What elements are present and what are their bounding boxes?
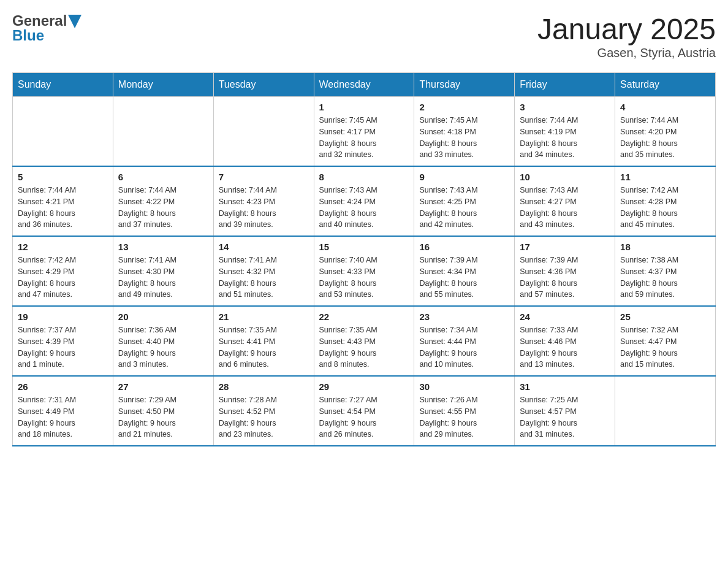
calendar-cell: 15Sunrise: 7:40 AM Sunset: 4:33 PM Dayli… xyxy=(314,236,414,306)
day-number: 18 xyxy=(620,242,710,252)
calendar-cell: 12Sunrise: 7:42 AM Sunset: 4:29 PM Dayli… xyxy=(13,236,113,306)
day-number: 28 xyxy=(219,381,309,392)
day-info: Sunrise: 7:45 AM Sunset: 4:18 PM Dayligh… xyxy=(419,115,509,161)
day-number: 11 xyxy=(620,172,710,182)
weekday-header-saturday: Saturday xyxy=(615,73,716,97)
calendar-cell: 30Sunrise: 7:26 AM Sunset: 4:55 PM Dayli… xyxy=(414,376,515,446)
day-info: Sunrise: 7:35 AM Sunset: 4:43 PM Dayligh… xyxy=(319,324,409,370)
weekday-header-tuesday: Tuesday xyxy=(213,73,314,97)
day-info: Sunrise: 7:39 AM Sunset: 4:34 PM Dayligh… xyxy=(419,255,509,301)
day-info: Sunrise: 7:34 AM Sunset: 4:44 PM Dayligh… xyxy=(419,324,509,370)
day-number: 22 xyxy=(319,312,409,322)
calendar-cell: 9Sunrise: 7:43 AM Sunset: 4:25 PM Daylig… xyxy=(414,166,515,236)
day-number: 3 xyxy=(520,102,610,112)
day-info: Sunrise: 7:36 AM Sunset: 4:40 PM Dayligh… xyxy=(118,324,208,370)
calendar-cell: 22Sunrise: 7:35 AM Sunset: 4:43 PM Dayli… xyxy=(314,306,414,376)
day-info: Sunrise: 7:41 AM Sunset: 4:30 PM Dayligh… xyxy=(118,255,208,301)
day-number: 26 xyxy=(18,381,108,392)
page-header: General Blue January 2025 Gasen, Styria,… xyxy=(12,12,716,60)
calendar-cell: 2Sunrise: 7:45 AM Sunset: 4:18 PM Daylig… xyxy=(414,97,515,167)
day-number: 12 xyxy=(18,242,108,252)
day-number: 16 xyxy=(419,242,509,252)
logo: General Blue xyxy=(12,12,82,44)
day-number: 14 xyxy=(219,242,309,252)
day-info: Sunrise: 7:39 AM Sunset: 4:36 PM Dayligh… xyxy=(520,255,610,301)
logo-triangle-icon xyxy=(68,15,82,28)
calendar-week-3: 12Sunrise: 7:42 AM Sunset: 4:29 PM Dayli… xyxy=(13,236,716,306)
day-info: Sunrise: 7:40 AM Sunset: 4:33 PM Dayligh… xyxy=(319,255,409,301)
day-info: Sunrise: 7:44 AM Sunset: 4:21 PM Dayligh… xyxy=(18,185,108,231)
day-info: Sunrise: 7:32 AM Sunset: 4:47 PM Dayligh… xyxy=(620,324,710,370)
day-info: Sunrise: 7:35 AM Sunset: 4:41 PM Dayligh… xyxy=(219,324,309,370)
calendar-header: SundayMondayTuesdayWednesdayThursdayFrid… xyxy=(13,73,716,97)
day-number: 4 xyxy=(620,102,710,112)
calendar-cell: 21Sunrise: 7:35 AM Sunset: 4:41 PM Dayli… xyxy=(213,306,314,376)
calendar-cell xyxy=(615,376,716,446)
title-block: January 2025 Gasen, Styria, Austria xyxy=(537,12,716,60)
weekday-header-thursday: Thursday xyxy=(414,73,515,97)
day-number: 31 xyxy=(520,381,610,392)
day-number: 6 xyxy=(118,172,208,182)
day-info: Sunrise: 7:37 AM Sunset: 4:39 PM Dayligh… xyxy=(18,324,108,370)
calendar-cell xyxy=(13,97,113,167)
day-info: Sunrise: 7:45 AM Sunset: 4:17 PM Dayligh… xyxy=(319,115,409,161)
day-info: Sunrise: 7:31 AM Sunset: 4:49 PM Dayligh… xyxy=(18,394,108,440)
calendar-cell: 11Sunrise: 7:42 AM Sunset: 4:28 PM Dayli… xyxy=(615,166,716,236)
calendar-week-5: 26Sunrise: 7:31 AM Sunset: 4:49 PM Dayli… xyxy=(13,376,716,446)
calendar-cell: 23Sunrise: 7:34 AM Sunset: 4:44 PM Dayli… xyxy=(414,306,515,376)
calendar-cell: 7Sunrise: 7:44 AM Sunset: 4:23 PM Daylig… xyxy=(213,166,314,236)
day-info: Sunrise: 7:42 AM Sunset: 4:28 PM Dayligh… xyxy=(620,185,710,231)
day-info: Sunrise: 7:44 AM Sunset: 4:22 PM Dayligh… xyxy=(118,185,208,231)
day-number: 5 xyxy=(18,172,108,182)
day-info: Sunrise: 7:44 AM Sunset: 4:20 PM Dayligh… xyxy=(620,115,710,161)
weekday-header-sunday: Sunday xyxy=(13,73,113,97)
calendar-cell: 17Sunrise: 7:39 AM Sunset: 4:36 PM Dayli… xyxy=(515,236,615,306)
day-number: 29 xyxy=(319,381,409,392)
day-info: Sunrise: 7:44 AM Sunset: 4:19 PM Dayligh… xyxy=(520,115,610,161)
day-number: 1 xyxy=(319,102,409,112)
calendar-week-1: 1Sunrise: 7:45 AM Sunset: 4:17 PM Daylig… xyxy=(13,97,716,167)
calendar-cell: 10Sunrise: 7:43 AM Sunset: 4:27 PM Dayli… xyxy=(515,166,615,236)
day-number: 25 xyxy=(620,312,710,322)
day-info: Sunrise: 7:38 AM Sunset: 4:37 PM Dayligh… xyxy=(620,255,710,301)
day-info: Sunrise: 7:25 AM Sunset: 4:57 PM Dayligh… xyxy=(520,394,610,440)
calendar-cell: 14Sunrise: 7:41 AM Sunset: 4:32 PM Dayli… xyxy=(213,236,314,306)
calendar-cell: 13Sunrise: 7:41 AM Sunset: 4:30 PM Dayli… xyxy=(113,236,213,306)
day-number: 27 xyxy=(118,381,208,392)
day-number: 15 xyxy=(319,242,409,252)
calendar-week-4: 19Sunrise: 7:37 AM Sunset: 4:39 PM Dayli… xyxy=(13,306,716,376)
calendar-cell: 24Sunrise: 7:33 AM Sunset: 4:46 PM Dayli… xyxy=(515,306,615,376)
day-info: Sunrise: 7:43 AM Sunset: 4:24 PM Dayligh… xyxy=(319,185,409,231)
day-info: Sunrise: 7:27 AM Sunset: 4:54 PM Dayligh… xyxy=(319,394,409,440)
calendar-cell: 4Sunrise: 7:44 AM Sunset: 4:20 PM Daylig… xyxy=(615,97,716,167)
day-info: Sunrise: 7:41 AM Sunset: 4:32 PM Dayligh… xyxy=(219,255,309,301)
month-year-title: January 2025 xyxy=(537,12,716,46)
svg-marker-0 xyxy=(68,15,82,28)
location-subtitle: Gasen, Styria, Austria xyxy=(537,46,716,60)
day-number: 19 xyxy=(18,312,108,322)
calendar-week-2: 5Sunrise: 7:44 AM Sunset: 4:21 PM Daylig… xyxy=(13,166,716,236)
day-number: 23 xyxy=(419,312,509,322)
day-number: 7 xyxy=(219,172,309,182)
day-info: Sunrise: 7:43 AM Sunset: 4:27 PM Dayligh… xyxy=(520,185,610,231)
day-info: Sunrise: 7:44 AM Sunset: 4:23 PM Dayligh… xyxy=(219,185,309,231)
weekday-header-row: SundayMondayTuesdayWednesdayThursdayFrid… xyxy=(13,73,716,97)
calendar-cell xyxy=(213,97,314,167)
weekday-header-friday: Friday xyxy=(515,73,615,97)
day-number: 2 xyxy=(419,102,509,112)
calendar-cell: 19Sunrise: 7:37 AM Sunset: 4:39 PM Dayli… xyxy=(13,306,113,376)
weekday-header-wednesday: Wednesday xyxy=(314,73,414,97)
calendar-cell: 26Sunrise: 7:31 AM Sunset: 4:49 PM Dayli… xyxy=(13,376,113,446)
calendar-cell: 3Sunrise: 7:44 AM Sunset: 4:19 PM Daylig… xyxy=(515,97,615,167)
day-info: Sunrise: 7:33 AM Sunset: 4:46 PM Dayligh… xyxy=(520,324,610,370)
calendar-cell: 1Sunrise: 7:45 AM Sunset: 4:17 PM Daylig… xyxy=(314,97,414,167)
day-info: Sunrise: 7:29 AM Sunset: 4:50 PM Dayligh… xyxy=(118,394,208,440)
weekday-header-monday: Monday xyxy=(113,73,213,97)
calendar-cell: 20Sunrise: 7:36 AM Sunset: 4:40 PM Dayli… xyxy=(113,306,213,376)
day-info: Sunrise: 7:26 AM Sunset: 4:55 PM Dayligh… xyxy=(419,394,509,440)
calendar-cell xyxy=(113,97,213,167)
calendar-cell: 28Sunrise: 7:28 AM Sunset: 4:52 PM Dayli… xyxy=(213,376,314,446)
calendar-table: SundayMondayTuesdayWednesdayThursdayFrid… xyxy=(12,72,716,446)
calendar-cell: 29Sunrise: 7:27 AM Sunset: 4:54 PM Dayli… xyxy=(314,376,414,446)
day-info: Sunrise: 7:42 AM Sunset: 4:29 PM Dayligh… xyxy=(18,255,108,301)
